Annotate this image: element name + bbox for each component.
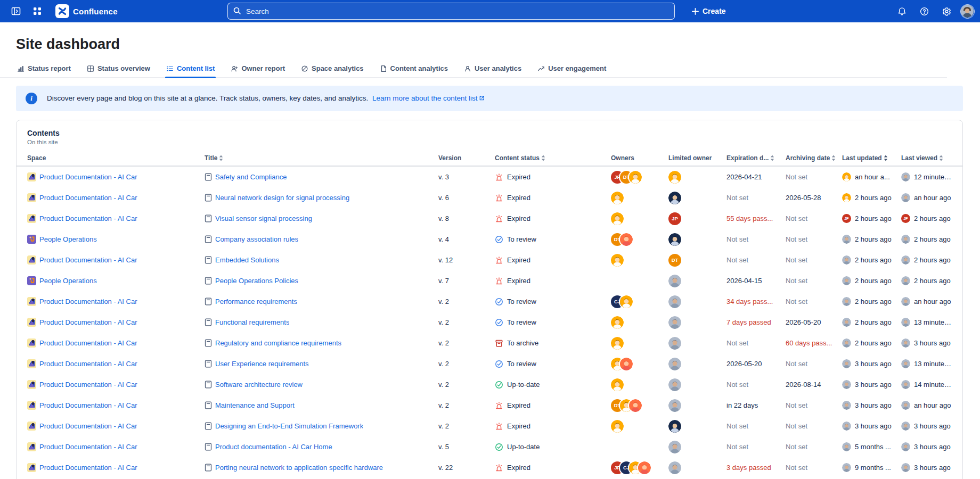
page-title-link[interactable]: Regulatory and compliance requirements	[205, 339, 341, 347]
help-icon[interactable]	[916, 3, 933, 20]
space-link[interactable]: Product Documentation - AI Car	[27, 297, 137, 306]
create-button[interactable]: Create	[686, 3, 731, 20]
avatar-photo[interactable]	[901, 255, 910, 265]
avatar-photo[interactable]	[668, 295, 681, 308]
avatar-orange[interactable]	[668, 171, 681, 184]
avatar-navy[interactable]	[668, 420, 681, 433]
column-header-last-viewed[interactable]: Last viewed	[901, 154, 952, 162]
avatar-photo[interactable]	[901, 297, 910, 306]
avatar-photo[interactable]	[842, 276, 851, 285]
space-link[interactable]: Product Documentation - AI Car	[27, 359, 137, 368]
avatar-orange[interactable]	[842, 172, 851, 181]
avatar-orange[interactable]	[611, 316, 624, 329]
page-title-link[interactable]: Performance requirements	[205, 298, 297, 305]
avatar-photo[interactable]	[842, 380, 851, 389]
tab-content-analytics[interactable]: Content analytics	[379, 62, 449, 77]
avatar-photo[interactable]	[668, 316, 681, 329]
space-link[interactable]: Product Documentation - AI Car	[27, 193, 137, 202]
learn-more-link[interactable]: Learn more about the content list	[372, 94, 485, 102]
avatar-photo[interactable]	[842, 235, 851, 244]
avatar-dt[interactable]: DT	[668, 254, 681, 267]
avatar-red[interactable]	[638, 461, 651, 474]
space-link[interactable]: Product Documentation - AI Car	[27, 255, 137, 265]
tab-owner-report[interactable]: Owner report	[230, 62, 286, 77]
avatar-jp[interactable]: JP	[901, 214, 910, 223]
avatar-photo[interactable]	[901, 401, 910, 410]
avatar-photo[interactable]	[668, 275, 681, 287]
page-title-link[interactable]: Embedded Solutions	[205, 256, 279, 264]
tab-space-analytics[interactable]: Space analytics	[300, 62, 365, 77]
avatar-photo[interactable]	[668, 461, 681, 474]
avatar-red[interactable]	[629, 399, 642, 412]
page-title-link[interactable]: Porting neural network to application sp…	[205, 464, 383, 472]
space-link[interactable]: Product Documentation - AI Car	[27, 338, 137, 348]
page-title-link[interactable]: Functional requirements	[205, 318, 289, 326]
avatar-photo[interactable]	[842, 359, 851, 368]
avatar-orange[interactable]	[611, 254, 624, 267]
avatar-orange[interactable]	[611, 212, 624, 225]
avatar-photo[interactable]	[668, 358, 681, 370]
settings-icon[interactable]	[938, 3, 955, 20]
avatar-photo[interactable]	[901, 318, 910, 327]
page-title-link[interactable]: User Experience requirements	[205, 360, 309, 368]
avatar-orange[interactable]	[620, 295, 633, 308]
avatar-orange[interactable]	[611, 337, 624, 350]
page-title-link[interactable]: People Operations Policies	[205, 277, 298, 285]
notifications-icon[interactable]	[893, 3, 910, 20]
avatar-orange[interactable]	[611, 192, 624, 204]
avatar-photo[interactable]	[901, 442, 910, 451]
page-title-link[interactable]: Company association rules	[205, 235, 298, 243]
avatar-jp[interactable]: JP	[668, 212, 681, 225]
avatar-photo[interactable]	[901, 235, 910, 244]
tab-user-analytics[interactable]: User analytics	[463, 62, 522, 77]
column-header-last-updated[interactable]: Last updated	[842, 154, 901, 162]
app-switcher-icon[interactable]	[29, 3, 46, 20]
avatar-photo[interactable]	[842, 318, 851, 327]
avatar-photo[interactable]	[901, 463, 910, 472]
page-title-link[interactable]: Product documentation - AI Car Home	[205, 443, 332, 451]
avatar-photo[interactable]	[842, 255, 851, 265]
search-input[interactable]	[227, 3, 675, 20]
avatar-navy[interactable]	[668, 233, 681, 246]
avatar-orange[interactable]	[629, 171, 642, 184]
sidebar-expand-icon[interactable]	[7, 3, 24, 20]
space-link[interactable]: Product Documentation - AI Car	[27, 463, 137, 472]
page-title-link[interactable]: Maintenance and Support	[205, 401, 295, 409]
space-link[interactable]: Product Documentation - AI Car	[27, 422, 137, 431]
space-link[interactable]: Product Documentation - AI Car	[27, 380, 137, 389]
avatar-photo[interactable]	[901, 422, 910, 431]
avatar-red[interactable]	[620, 358, 633, 370]
page-title-link[interactable]: Neural network design for signal process…	[205, 194, 349, 202]
avatar-orange[interactable]	[842, 193, 851, 202]
avatar-red[interactable]	[620, 233, 633, 246]
avatar-photo[interactable]	[842, 297, 851, 306]
page-title-link[interactable]: Designing an End-to-End Simulation Frame…	[205, 422, 363, 430]
avatar-photo[interactable]	[842, 442, 851, 451]
avatar-navy[interactable]	[668, 192, 681, 204]
avatar-photo[interactable]	[901, 172, 910, 181]
avatar-photo[interactable]	[842, 338, 851, 348]
profile-avatar[interactable]	[960, 4, 975, 19]
space-link[interactable]: People Operations	[27, 235, 97, 244]
avatar-orange[interactable]	[611, 420, 624, 433]
avatar-photo[interactable]	[901, 338, 910, 348]
page-title-link[interactable]: Safety and Compliance	[205, 173, 287, 181]
space-link[interactable]: Product Documentation - AI Car	[27, 214, 137, 223]
confluence-logo[interactable]: Confluence	[55, 4, 118, 18]
column-header-content-status[interactable]: Content status	[495, 154, 611, 162]
tab-content-list[interactable]: Content list	[165, 62, 216, 77]
column-header-archiving-date[interactable]: Archiving date	[786, 154, 842, 162]
avatar-photo[interactable]	[842, 401, 851, 410]
column-header-expiration-d[interactable]: Expiration d...	[726, 154, 786, 162]
avatar-photo[interactable]	[901, 276, 910, 285]
avatar-orange[interactable]	[611, 378, 624, 391]
space-link[interactable]: Product Documentation - AI Car	[27, 318, 137, 327]
tab-status-report[interactable]: Status report	[16, 62, 72, 77]
avatar-photo[interactable]	[901, 359, 910, 368]
avatar-photo[interactable]	[901, 380, 910, 389]
page-title-link[interactable]: Visual sensor signal processing	[205, 214, 312, 222]
avatar-photo[interactable]	[668, 378, 681, 391]
avatar-photo[interactable]	[668, 337, 681, 350]
space-link[interactable]: Product Documentation - AI Car	[27, 442, 137, 451]
avatar-photo[interactable]	[668, 441, 681, 453]
